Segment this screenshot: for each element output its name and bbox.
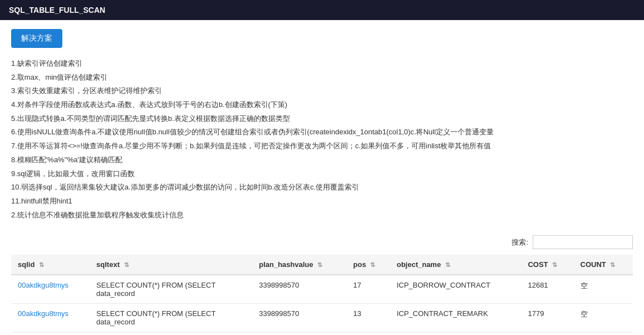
search-bar: 搜索: [11, 235, 633, 249]
solution-item: 7.使用不等运算符<>=!做查询条件a.尽量少用不等判断；b.如果列值是连续，可… [11, 139, 633, 153]
cell-object-name: ICP_CONTRACT_REMARK [390, 304, 522, 332]
cell-cost: 1779 [521, 304, 573, 332]
sort-icon: ⇅ [552, 261, 557, 269]
solution-item: 2.取max、min值评估创建索引 [11, 71, 633, 85]
column-header-sqlid[interactable]: sqlid ⇅ [11, 255, 90, 275]
column-header-plan_hashvalue[interactable]: plan_hashvalue ⇅ [252, 255, 346, 275]
cell-pos: 13 [347, 304, 390, 332]
search-label: 搜索: [512, 237, 528, 247]
cell-plan-hashvalue: 3398998570 [252, 304, 346, 332]
column-header-pos[interactable]: pos ⇅ [347, 255, 390, 275]
solution-item: 10.弱选择sql，返回结果集较大建议a.添加更多的谓词减少数据的访问，比如时间… [11, 181, 633, 195]
solution-list: 1.缺索引评估创建索引2.取max、min值评估创建索引3.索引失效重建索引，分… [11, 57, 633, 222]
sort-icon: ⇅ [39, 261, 44, 269]
solution-item: 8.模糊匹配'%a%''%a'建议精确匹配 [11, 153, 633, 167]
solution-item: 6.使用isNULL做查询条件a.不建议使用null值b.null值较少的情况可… [11, 125, 633, 139]
cell-count: 空 [574, 275, 633, 304]
cell-sqltext: SELECT COUNT(*) FROM (SELECTdata_record [90, 275, 252, 304]
column-header-count[interactable]: COUNT ⇅ [574, 255, 633, 275]
cell-pos: 17 [347, 275, 390, 304]
column-header-sqltext[interactable]: sqltext ⇅ [90, 255, 252, 275]
table-row: 00akdkgu8tmysSELECT COUNT(*) FROM (SELEC… [11, 275, 633, 304]
sort-icon: ⇅ [370, 261, 375, 269]
solution-item: 3.索引失效重建索引，分区表维护记得维护索引 [11, 84, 633, 98]
header-bar: SQL_TABLE_FULL_SCAN [0, 0, 644, 20]
cell-sqlid[interactable]: 00akdkgu8tmys [11, 304, 90, 332]
cell-object-name: ICP_BORROW_CONTRACT [390, 275, 522, 304]
cell-sqlid[interactable]: 00akdkgu8tmys [11, 275, 90, 304]
table-body: 00akdkgu8tmysSELECT COUNT(*) FROM (SELEC… [11, 275, 633, 332]
sqlid-link[interactable]: 00akdkgu8tmys [18, 281, 68, 289]
sort-icon: ⇅ [317, 261, 322, 269]
solution-button[interactable]: 解决方案 [11, 29, 62, 48]
column-header-object_name[interactable]: object_name ⇅ [390, 255, 522, 275]
table-row: 00akdkgu8tmysSELECT COUNT(*) FROM (SELEC… [11, 304, 633, 332]
sort-icon: ⇅ [610, 261, 615, 269]
solution-item: 1.缺索引评估创建索引 [11, 57, 633, 71]
sort-icon: ⇅ [124, 261, 129, 269]
table-header: sqlid ⇅sqltext ⇅plan_hashvalue ⇅pos ⇅obj… [11, 255, 633, 275]
solution-item: 4.对条件字段使用函数或表达式a.函数、表达式放到等于号的右边b.创建函数索引(… [11, 98, 633, 112]
cell-plan-hashvalue: 3398998570 [252, 275, 346, 304]
sqlid-link[interactable]: 00akdkgu8tmys [18, 309, 68, 318]
solution-item: 11.hintfull禁用hint1 [11, 195, 633, 208]
solution-item: 5.出现隐式转换a.不同类型的谓词匹配先显式转换b.表定义根据数据选择正确的数据… [11, 112, 633, 126]
solution-item: 2.统计信息不准确数据批量加载程序触发收集统计信息 [11, 208, 633, 222]
page-title: SQL_TABLE_FULL_SCAN [9, 6, 105, 14]
column-header-cost[interactable]: COST ⇅ [521, 255, 573, 275]
sort-icon: ⇅ [445, 261, 450, 269]
cell-count: 空 [574, 304, 633, 332]
content-area: 解决方案 1.缺索引评估创建索引2.取max、min值评估创建索引3.索引失效重… [0, 20, 644, 335]
data-table: sqlid ⇅sqltext ⇅plan_hashvalue ⇅pos ⇅obj… [11, 255, 633, 332]
cell-sqltext: SELECT COUNT(*) FROM (SELECTdata_record [90, 304, 252, 332]
solution-item: 9.sql逻辑，比如最大值，改用窗口函数 [11, 167, 633, 181]
cell-cost: 12681 [521, 275, 573, 304]
search-input[interactable] [533, 235, 633, 249]
